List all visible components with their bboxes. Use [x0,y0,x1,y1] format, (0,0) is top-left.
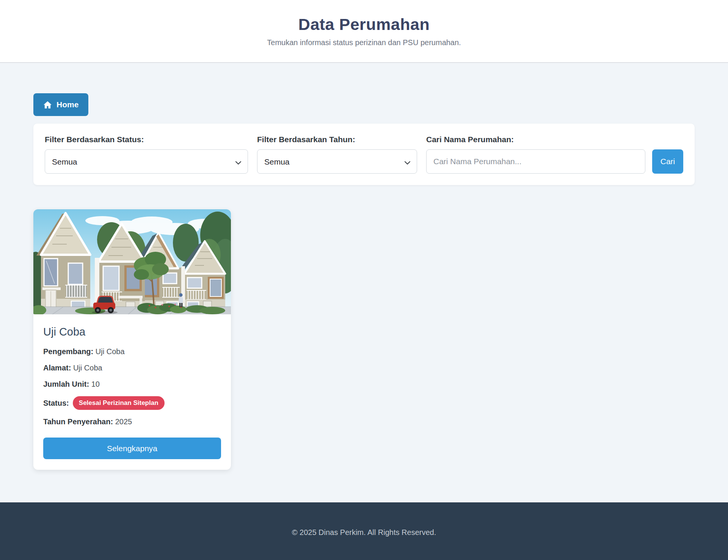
page-footer: © 2025 Dinas Perkim. All Rights Reserved… [0,502,728,560]
status-badge: Selesai Perizinan Siteplan [73,396,165,410]
status-row: Status: Selesai Perizinan Siteplan [43,396,221,410]
house-illustration [33,209,231,314]
year-filter-select[interactable]: Semua [257,149,417,174]
address-value: Uji Coba [73,364,102,372]
developer-value: Uji Coba [96,347,125,356]
developer-row: Pengembang: Uji Coba [43,347,221,356]
details-button[interactable]: Selengkapnya [43,438,221,459]
status-label: Status: [43,399,69,408]
search-button[interactable]: Cari [652,149,683,174]
address-row: Alamat: Uji Coba [43,364,221,372]
address-label: Alamat: [43,364,71,372]
page-header: Data Perumahan Temukan informasi status … [0,0,728,63]
copyright-text: © 2025 Dinas Perkim. All Rights Reserved… [292,528,436,537]
status-filter-select[interactable]: Semua [45,149,248,174]
main-content: Home Filter Berdasarkan Status: Semua Fi… [0,63,728,470]
home-button-label: Home [56,100,78,109]
units-label: Jumlah Unit: [43,380,89,388]
property-name: Uji Coba [43,326,221,338]
handover-year-value: 2025 [115,417,132,426]
year-filter-label: Filter Berdasarkan Tahun: [257,135,417,144]
units-value: 10 [91,380,100,388]
filter-panel: Filter Berdasarkan Status: Semua Filter … [33,124,695,185]
search-input[interactable] [426,149,645,174]
home-icon [43,101,52,109]
units-row: Jumlah Unit: 10 [43,380,221,389]
property-card: Uji Coba Pengembang: Uji Coba Alamat: Uj… [33,209,231,470]
property-photo [33,209,231,314]
page-subtitle: Temukan informasi status perizinan dan P… [0,38,728,47]
handover-year-row: Tahun Penyerahan: 2025 [43,417,221,426]
search-label: Cari Nama Perumahan: [426,135,683,144]
status-filter-label: Filter Berdasarkan Status: [45,135,248,144]
page-title: Data Perumahan [0,15,728,34]
developer-label: Pengembang: [43,347,93,356]
handover-year-label: Tahun Penyerahan: [43,417,113,426]
home-button[interactable]: Home [33,93,88,116]
